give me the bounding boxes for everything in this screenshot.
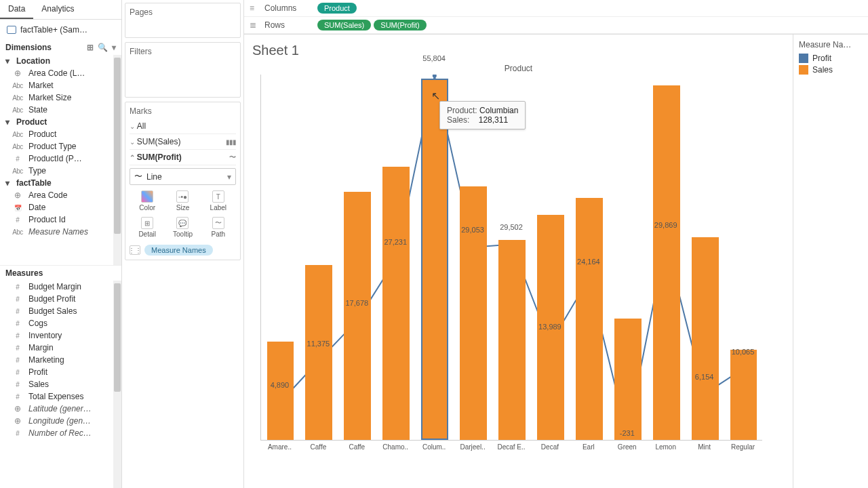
legend-sales[interactable]: Sales: [799, 65, 863, 75]
rows-icon: ≣: [250, 20, 259, 30]
profit-label: 29,053: [461, 226, 484, 234]
datasource-row[interactable]: factTable+ (Sam…: [0, 20, 121, 40]
x-label: Amare..: [260, 441, 299, 451]
bar-icon: ▮▮▮: [226, 138, 236, 146]
dim-group-product[interactable]: ▾Product: [0, 116, 121, 128]
product-pill[interactable]: Product: [317, 3, 357, 14]
sum-sales-pill[interactable]: SUM(Sales): [317, 20, 371, 30]
profit-label: 6,154: [695, 373, 714, 381]
measures-scrollbar[interactable]: [113, 281, 121, 488]
x-label: Lemon: [646, 441, 685, 451]
meas-total-expenses[interactable]: Total Expenses: [0, 390, 121, 403]
dim-product[interactable]: Product: [0, 128, 121, 140]
dim-market-size[interactable]: Market Size: [0, 92, 121, 104]
dim-market[interactable]: Market: [0, 79, 121, 92]
dim-area-code-l[interactable]: Area Code (L…: [0, 67, 121, 79]
marks-title: Marks: [130, 106, 236, 116]
color-button[interactable]: Color: [130, 188, 165, 214]
label-button[interactable]: TLabel: [201, 188, 236, 214]
bar-caffe[interactable]: [305, 265, 332, 440]
bar-green[interactable]: [614, 319, 642, 440]
bar-caffe[interactable]: [344, 192, 371, 440]
profit-label: -231: [620, 429, 635, 437]
bar-lemon[interactable]: [653, 85, 680, 440]
marks-card: Marks ⌄ All ⌄ SUM(Sales)▮▮▮ ⌃ SUM(Profit…: [125, 102, 241, 260]
x-label: Green: [608, 441, 646, 451]
x-label: Decaf: [530, 441, 569, 451]
meas-budget-margin[interactable]: Budget Margin: [0, 281, 121, 293]
x-label: Caffe: [299, 441, 338, 451]
color-dots-icon: ⋮⋮: [130, 245, 140, 255]
tooltip: Product: Columbian Sales: 128,311: [439, 101, 526, 129]
profit-label: 11,375: [307, 340, 330, 348]
marks-sum-sales[interactable]: ⌄ SUM(Sales)▮▮▮: [130, 134, 236, 150]
columns-icon: ≡: [250, 3, 259, 13]
x-label: Mint: [685, 441, 724, 451]
dim-group-location[interactable]: ▾Location: [0, 55, 121, 67]
meas-profit[interactable]: Profit: [0, 366, 121, 378]
meas-inventory[interactable]: Inventory: [0, 329, 121, 342]
bar-amare[interactable]: [267, 342, 294, 440]
line-icon: 〜: [229, 152, 236, 162]
marks-sum-profit[interactable]: ⌃ SUM(Profit)〜: [130, 150, 236, 165]
meas-budget-sales[interactable]: Budget Sales: [0, 305, 121, 317]
marks-all[interactable]: ⌄ All: [130, 119, 236, 134]
profit-label: 17,678: [345, 299, 368, 307]
meas-budget-profit[interactable]: Budget Profit: [0, 293, 121, 305]
dim-group-facttable[interactable]: ▾factTable: [0, 177, 121, 189]
legend-profit[interactable]: Profit: [799, 54, 863, 63]
tooltip-button[interactable]: 💬Tooltip: [165, 214, 200, 241]
bar-chamo[interactable]: [382, 167, 410, 440]
profit-label: 10,065: [732, 348, 755, 356]
rows-label: Rows: [264, 20, 312, 30]
dim-product-type[interactable]: Product Type: [0, 140, 121, 152]
tab-analytics[interactable]: Analytics: [33, 0, 82, 19]
search-icon[interactable]: 🔍: [98, 43, 108, 52]
viz-canvas[interactable]: Sheet 1 Product 10,0656,15429,869-23124,…: [244, 35, 793, 488]
main-viz-area: ≡ Columns Product ≣ Rows SUM(Sales) SUM(…: [244, 0, 868, 488]
meas-number-of-records[interactable]: Number of Rec…: [0, 427, 121, 439]
meas-cogs[interactable]: Cogs: [0, 317, 121, 329]
meas-marketing[interactable]: Marketing: [0, 354, 121, 366]
size-button[interactable]: ◦•●Size: [165, 188, 200, 214]
bar-mint[interactable]: [692, 237, 719, 440]
profit-label: 55,804: [422, 54, 446, 62]
dim-area-code[interactable]: Area Code: [0, 189, 121, 201]
meas-margin[interactable]: Margin: [0, 342, 121, 354]
columns-shelf[interactable]: ≡ Columns Product: [244, 0, 868, 17]
pages-card[interactable]: Pages: [125, 3, 241, 38]
bar-decafe[interactable]: [498, 240, 526, 440]
columns-label: Columns: [264, 3, 312, 13]
dim-state[interactable]: State: [0, 104, 121, 116]
sum-profit-pill[interactable]: SUM(Profit): [374, 20, 426, 30]
sheet-title[interactable]: Sheet 1: [250, 40, 787, 64]
dimensions-scrollbar[interactable]: [113, 55, 121, 265]
detail-button[interactable]: ⊞Detail: [130, 214, 165, 241]
swatch-sales: [799, 65, 808, 75]
profit-label: 29,502: [500, 223, 523, 231]
path-button[interactable]: 〜Path: [201, 214, 236, 241]
profit-label: 24,164: [577, 258, 600, 266]
dim-type[interactable]: Type: [0, 165, 121, 177]
view-as-icon[interactable]: ⊞: [87, 43, 94, 52]
dim-product-id-p[interactable]: ProductId (P…: [0, 152, 121, 165]
bar-regular[interactable]: [730, 350, 757, 440]
dim-product-id[interactable]: Product Id: [0, 214, 121, 226]
tab-data[interactable]: Data: [0, 0, 33, 19]
mark-type-select[interactable]: 〜 Line ▾: [130, 168, 236, 185]
chevron-down-icon: ▾: [227, 172, 231, 182]
bar-colum[interactable]: [421, 79, 448, 440]
profit-label: 4,890: [271, 381, 290, 389]
measure-names-pill[interactable]: Measure Names: [144, 245, 213, 256]
x-label: Darjeel..: [454, 441, 492, 451]
bar-darjeel[interactable]: [460, 186, 487, 440]
meas-latitude[interactable]: Latitude (gener…: [0, 403, 121, 415]
meas-sales[interactable]: Sales: [0, 378, 121, 390]
meas-longitude[interactable]: Longitude (gen…: [0, 415, 121, 427]
rows-shelf[interactable]: ≣ Rows SUM(Sales) SUM(Profit): [244, 17, 868, 34]
dim-date[interactable]: Date: [0, 201, 121, 214]
menu-caret-icon[interactable]: ▾: [112, 43, 116, 52]
bar-earl[interactable]: [576, 198, 603, 440]
filters-card[interactable]: Filters: [125, 42, 241, 98]
dim-measure-names[interactable]: Measure Names: [0, 226, 121, 238]
